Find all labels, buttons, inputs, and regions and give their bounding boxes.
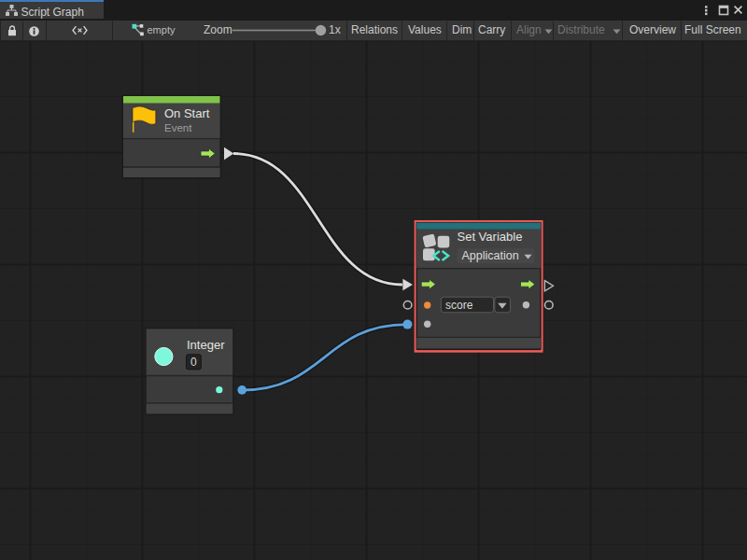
svg-text:Event: Event	[164, 122, 192, 133]
svg-text:Integer: Integer	[187, 338, 225, 352]
svg-text:On Start: On Start	[164, 106, 210, 120]
svg-text:0: 0	[190, 356, 197, 369]
svg-text:Application: Application	[462, 249, 519, 262]
svg-text:Set Variable: Set Variable	[458, 230, 523, 244]
svg-text:score: score	[445, 299, 473, 312]
